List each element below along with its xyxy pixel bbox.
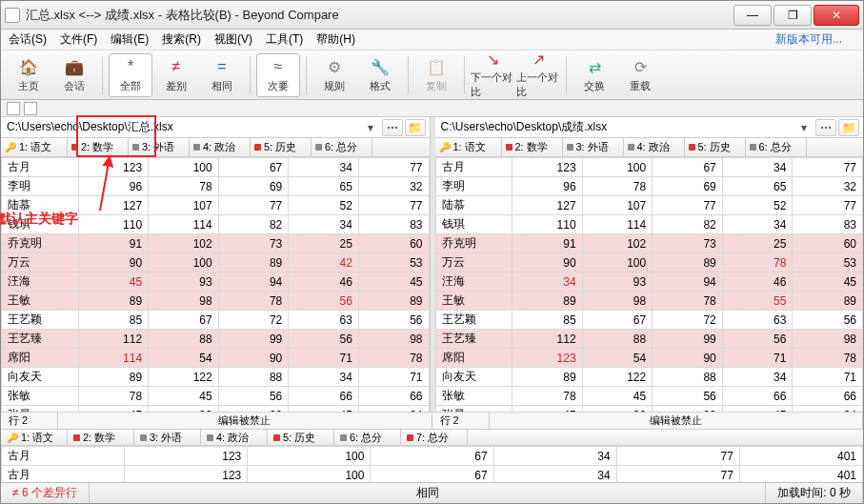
name-cell: 古月 <box>2 466 125 483</box>
col-header-6[interactable]: 6: 总分 <box>746 138 807 156</box>
table-row[interactable]: 王艺颖8567726356 <box>2 311 430 330</box>
left-grid[interactable]: 古月123100673477李明9678696532陆慕127107775277… <box>1 157 430 412</box>
tool-会话[interactable]: 💼会话 <box>52 53 96 97</box>
tool-全部[interactable]: *全部 <box>109 53 152 97</box>
right-grid[interactable]: 古月123100673477李明9678696532陆慕127107775277… <box>435 157 864 412</box>
col-header-1[interactable]: 🔑1: 语文 <box>1 138 68 156</box>
data-cell: 72 <box>218 311 289 330</box>
table-row[interactable]: 王敏8998785589 <box>435 292 863 311</box>
table-row[interactable]: 席阳12354907178 <box>435 349 863 368</box>
table-row[interactable]: 万云90100897853 <box>435 253 863 272</box>
sheet-icon[interactable] <box>24 102 37 115</box>
tool-次要[interactable]: ≈次要 <box>256 53 300 97</box>
table-row[interactable]: 王艺颖8567726356 <box>435 311 863 330</box>
tool-格式[interactable]: 🔧格式 <box>358 53 402 97</box>
maximize-button[interactable]: ❐ <box>774 5 812 26</box>
col-header-4[interactable]: 4: 政治 <box>624 138 685 156</box>
col-header-3[interactable]: 3: 外语 <box>129 138 190 156</box>
data-cell: 53 <box>793 253 863 272</box>
new-version-link[interactable]: 新版本可用... <box>775 31 842 48</box>
open-folder-button[interactable]: 📁 <box>405 119 426 136</box>
path-dropdown-icon[interactable]: ▾ <box>363 121 378 134</box>
bottom-col-2[interactable]: 2: 数学 <box>68 430 134 445</box>
tool-重载[interactable]: ⟳重载 <box>618 53 662 97</box>
col-header-3[interactable]: 3: 外语 <box>563 138 624 156</box>
bottom-col-1[interactable]: 🔑1: 语文 <box>1 430 68 445</box>
menu-帮助(H)[interactable]: 帮助(H) <box>316 31 355 48</box>
filter-icon[interactable] <box>7 102 20 115</box>
browse-button[interactable]: ⋯ <box>382 119 403 136</box>
name-cell: 陆慕 <box>435 196 512 215</box>
table-row[interactable]: 乔克明91102732560 <box>435 234 863 253</box>
data-cell: 122 <box>149 368 219 387</box>
bottom-col-6[interactable]: 6: 总分 <box>334 430 401 445</box>
data-cell: 34 <box>358 406 429 413</box>
tool-相同[interactable]: =相同 <box>200 53 244 97</box>
data-cell: 100 <box>248 447 371 466</box>
menu-搜索(R)[interactable]: 搜索(R) <box>162 31 201 48</box>
close-button[interactable]: ✕ <box>814 5 859 26</box>
table-row[interactable]: 李明9678696532 <box>2 177 430 196</box>
table-row[interactable]: 张敏7845566666 <box>435 387 863 406</box>
data-cell: 100 <box>582 158 653 177</box>
col-header-1[interactable]: 🔑1: 语文 <box>435 138 502 156</box>
上一个对比-icon: ↗ <box>528 50 549 69</box>
table-row[interactable]: 汪海4593944645 <box>2 272 430 292</box>
open-folder-button[interactable]: 📁 <box>838 119 859 136</box>
table-row[interactable]: 向友天89122883471 <box>2 368 430 387</box>
tool-主页[interactable]: 🏠主页 <box>7 53 50 97</box>
col-header-2[interactable]: 2: 数学 <box>68 138 129 156</box>
table-row[interactable]: 乔克明91102732560 <box>2 234 430 253</box>
data-cell: 66 <box>722 387 793 406</box>
browse-button[interactable]: ⋯ <box>815 119 836 136</box>
table-row[interactable]: 席阳11454907178 <box>2 349 430 368</box>
col-header-5[interactable]: 5: 历史 <box>251 138 311 156</box>
table-row[interactable]: 王艺臻11288995698 <box>435 330 863 349</box>
bottom-col-7[interactable]: 7: 总分 <box>401 430 468 445</box>
data-cell: 56 <box>289 330 359 349</box>
bottom-col-5[interactable]: 5: 历史 <box>268 430 334 445</box>
menu-编辑(E)[interactable]: 编辑(E) <box>111 31 149 48</box>
menu-工具(T)[interactable]: 工具(T) <box>266 31 303 48</box>
table-row[interactable]: 向友天89122883471 <box>435 368 863 387</box>
marker-icon <box>315 144 322 151</box>
table-row[interactable]: 钱琪110114823483 <box>435 215 863 234</box>
menu-文件(F)[interactable]: 文件(F) <box>60 31 97 48</box>
table-row[interactable]: 钱琪110114823483 <box>2 215 430 234</box>
col-header-2[interactable]: 2: 数学 <box>502 138 563 156</box>
tool-下一个对比[interactable]: ↘下一个对比 <box>471 53 514 97</box>
table-row[interactable]: 古月123100673477 <box>2 158 430 177</box>
table-row[interactable]: 王敏8998785689 <box>2 292 430 311</box>
tool-规则[interactable]: ⚙规则 <box>312 53 356 97</box>
bottom-col-4[interactable]: 4: 政治 <box>201 430 268 445</box>
path-dropdown-icon[interactable]: ▾ <box>796 121 812 134</box>
table-row[interactable]: 李明9678696532 <box>435 177 863 196</box>
left-path-input[interactable] <box>1 119 363 136</box>
tool-上一个对比[interactable]: ↗上一个对比 <box>516 53 560 97</box>
data-cell: 98 <box>358 330 429 349</box>
table-row[interactable]: 万云90100894253 <box>2 253 430 272</box>
tool-差别[interactable]: ≠差别 <box>154 53 198 97</box>
table-row[interactable]: 古月123100673477401 <box>2 466 863 483</box>
table-row[interactable]: 陆慕127107775277 <box>435 196 863 215</box>
table-row[interactable]: 张晟4590934534 <box>435 406 863 413</box>
right-path-input[interactable] <box>435 119 797 136</box>
table-row[interactable]: 汪海3493944645 <box>435 272 863 292</box>
tool-交换[interactable]: ⇄交换 <box>573 53 616 97</box>
table-row[interactable]: 古月123100673477401 <box>2 447 863 466</box>
col-header-6[interactable]: 6: 总分 <box>311 138 372 156</box>
col-header-4[interactable]: 4: 政治 <box>190 138 251 156</box>
table-row[interactable]: 王艺臻11288995698 <box>2 330 430 349</box>
会话-icon: 💼 <box>64 56 85 77</box>
table-row[interactable]: 张晟4590934534 <box>2 406 430 413</box>
menu-会话(S)[interactable]: 会话(S) <box>9 31 47 48</box>
menu-视图(V)[interactable]: 视图(V) <box>214 31 252 48</box>
subbar <box>1 100 863 117</box>
col-header-5[interactable]: 5: 历史 <box>685 138 746 156</box>
minimize-button[interactable]: — <box>733 5 772 26</box>
table-row[interactable]: 陆慕127107775277 <box>2 196 430 215</box>
table-row[interactable]: 张敏7845566666 <box>2 387 430 406</box>
bottom-col-3[interactable]: 3: 外语 <box>134 430 201 445</box>
table-row[interactable]: 古月123100673477 <box>435 158 863 177</box>
data-cell: 127 <box>78 196 149 215</box>
